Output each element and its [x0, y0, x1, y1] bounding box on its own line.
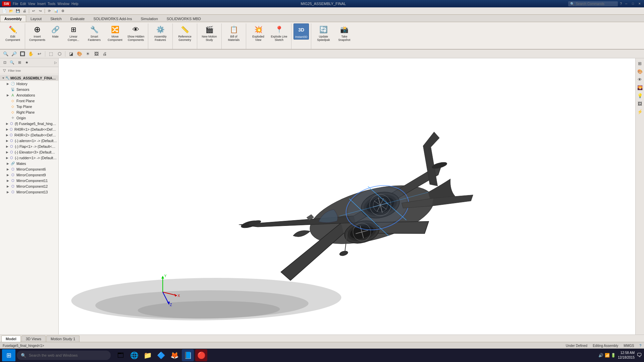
show-hidden-button[interactable]: 👁 Show Hidden Components [126, 23, 146, 42]
taskbar-search[interactable]: 🔍 [17, 351, 111, 360]
menu-file[interactable]: File [13, 2, 18, 6]
section-view[interactable]: ⬚ [47, 50, 55, 58]
new-motion-study-button[interactable]: 🎬 New Motion Study [199, 23, 219, 42]
menu-help[interactable]: Help [71, 2, 78, 6]
qa-undo[interactable]: ↩ [31, 8, 37, 14]
close-button[interactable]: ✕ [637, 1, 642, 6]
panel-expand[interactable]: ▷ [54, 61, 57, 64]
taskbar-store[interactable]: 🔷 [155, 349, 167, 361]
menu-insert[interactable]: Insert [37, 2, 46, 6]
tree-item-mirror11[interactable]: ▶ ⬡ MirrorComponent11 [0, 178, 58, 183]
tab-model[interactable]: Model [1, 336, 21, 342]
rotate-view[interactable]: 🔲 [19, 50, 26, 58]
move-component-button[interactable]: 🔀 Move Component [105, 23, 125, 42]
taskbar-solidworks[interactable]: 🔴 [195, 349, 207, 361]
search-commands-bar[interactable]: 🔍 [568, 1, 618, 6]
zoom-in[interactable]: 🔎 [10, 50, 18, 58]
assembly-features-button[interactable]: ⚙️ Assembly Features [150, 23, 170, 42]
tree-item-front-plane[interactable]: ◇ Front Plane [0, 98, 58, 104]
menu-edit[interactable]: Edit [20, 2, 26, 6]
pan-view[interactable]: ✋ [27, 50, 35, 58]
solidworks-logo[interactable]: SW [2, 1, 11, 6]
reference-geometry-button[interactable]: 📏 Reference Geometry [175, 23, 195, 42]
action-center[interactable]: 🗨 [637, 352, 642, 358]
tab-3dviews[interactable]: 3D Views [21, 336, 46, 342]
print3d[interactable]: 🖨 [101, 50, 108, 58]
qa-redo[interactable]: ↪ [37, 8, 43, 14]
qa-rebuild[interactable]: ⟳ [46, 8, 52, 14]
instant3d-button[interactable]: 3D Instant3D [293, 23, 309, 40]
tree-item-right-plane[interactable]: ◇ Right Plane [0, 109, 58, 115]
search-commands-input[interactable] [576, 2, 616, 6]
tab-addins[interactable]: SOLIDWORKS Add-Ins [89, 15, 136, 22]
tree-item-mates[interactable]: ▶ 🔗 Mates [0, 161, 58, 166]
tab-layout[interactable]: Layout [26, 15, 46, 22]
menu-window[interactable]: Window [57, 2, 69, 6]
tree-item-history[interactable]: ▶ 🕐 History [0, 81, 58, 86]
tree-item-mirror12[interactable]: ▶ ⬡ MirrorComponent12 [0, 183, 58, 189]
previous-view[interactable]: ↩ [36, 50, 43, 58]
tree-item-aileron[interactable]: ▶ ⬡ (-) aileron<1> -> (Default<<De... [0, 138, 58, 143]
appearance[interactable]: 🎨 [76, 50, 83, 58]
qa-new[interactable]: 📄 [1, 8, 7, 14]
tree-item-mirror6[interactable]: ▶ ⬡ MirrorComponent6 [0, 166, 58, 172]
take-snapshot-button[interactable]: 📸 Take Snapshot [334, 23, 354, 42]
qa-print[interactable]: 🖨 [21, 8, 28, 14]
tree-item-elevator[interactable]: ▶ ⬡ (-) Elevator<3> (Default<<Defa... [0, 149, 58, 155]
minimize-button[interactable]: ─ [624, 1, 629, 6]
taskbar-task-view[interactable]: 🗔 [115, 349, 127, 361]
status-help[interactable]: ? [639, 344, 641, 348]
tree-item-mirror13[interactable]: ▶ ⬡ MirrorComponent13 [0, 189, 58, 195]
taskbar-explorer[interactable]: 📁 [142, 349, 154, 361]
insert-components-button[interactable]: ⊕ Insert Components [27, 23, 47, 42]
panel-btn-3[interactable]: ⊞ [16, 59, 23, 66]
rp-appearances[interactable]: 🎨 [636, 68, 644, 75]
tree-item-r40r2[interactable]: ▶ ⬡ R40R<2> (Default<<Default>_D... [0, 132, 58, 138]
tree-item-rudder[interactable]: ▶ ⬡ (-) rudder<1> -> (Default<<De... [0, 155, 58, 161]
mate-button[interactable]: 🔗 Mate [48, 23, 63, 39]
tab-motion-study-1[interactable]: Motion Study 1 [46, 336, 79, 342]
tab-mbd[interactable]: SOLIDWORKS MBD [162, 15, 205, 22]
bill-of-materials-button[interactable]: 📋 Bill of Materials [224, 23, 244, 42]
exploded-view-button[interactable]: 💥 Exploded View [248, 23, 268, 42]
rp-realview[interactable]: ⚡ [636, 108, 644, 115]
start-button[interactable]: ⊞ [2, 349, 15, 361]
rp-lights[interactable]: 💡 [636, 92, 644, 99]
explode-line-button[interactable]: 📍 Explode Line Sketch [269, 23, 289, 42]
qa-options[interactable]: ⚙ [60, 8, 66, 14]
tree-item-r40r1[interactable]: ▶ ⬡ R40R<1> (Default<<Default>_D... [0, 126, 58, 132]
rp-view-palette[interactable]: ⊞ [636, 60, 644, 67]
tree-item-sensors[interactable]: 📡 Sensors [0, 86, 58, 92]
tree-item-annotations[interactable]: ▶ A Annotations [0, 92, 58, 98]
menu-tools[interactable]: Tools [48, 2, 55, 6]
rp-decals[interactable]: 🖼 [636, 100, 644, 107]
tab-evaluate[interactable]: Evaluate [66, 15, 89, 22]
panel-btn-1[interactable]: ⊡ [1, 59, 8, 66]
qa-save[interactable]: 💾 [15, 8, 21, 14]
edit-component-button[interactable]: ✏️ Edit Component [3, 23, 23, 42]
panel-btn-2[interactable]: 🔍 [9, 59, 15, 66]
zoom-to-fit[interactable]: 🔍 [2, 50, 9, 58]
viewport[interactable]: Y X Z [59, 58, 635, 335]
tab-assembly[interactable]: Assembly [0, 15, 26, 22]
tree-item-origin[interactable]: ✛ Origin [0, 115, 58, 121]
tree-root[interactable]: ▼ 🔧 MIG25_ASSEMBLY_FINAL (Default [0, 75, 58, 81]
tab-simulation[interactable]: Simulation [136, 15, 162, 22]
qa-file-prop[interactable]: 📊 [53, 8, 59, 14]
qa-open[interactable]: 📂 [8, 8, 14, 14]
rp-display[interactable]: 👁 [636, 76, 644, 83]
linear-component-button[interactable]: ⊞ Linear Compo... [63, 23, 84, 42]
scene[interactable]: 🖼 [93, 50, 100, 58]
help-icon[interactable]: ? [620, 2, 622, 6]
tree-item-flap[interactable]: ▶ ⬡ (-) Flap<1> -> (Default<<Defa... [0, 143, 58, 149]
tab-sketch[interactable]: Sketch [46, 15, 66, 22]
tree-item-mirror9[interactable]: ▶ ⬡ MirrorComponent9 [0, 172, 58, 178]
tree-item-top-plane[interactable]: ◇ Top Plane [0, 104, 58, 109]
panel-btn-4[interactable]: ★ [23, 59, 30, 66]
display-style[interactable]: ◪ [67, 50, 75, 58]
filter-btn[interactable]: ▽ [1, 68, 7, 74]
restore-button[interactable]: □ [631, 1, 635, 6]
taskbar-search-input[interactable] [29, 353, 96, 357]
taskbar-edge[interactable]: 🌐 [128, 349, 140, 361]
tree-item-fuselage[interactable]: ▶ ⬡ (f) Fuselage5_final_hinged<1>... [0, 121, 58, 126]
